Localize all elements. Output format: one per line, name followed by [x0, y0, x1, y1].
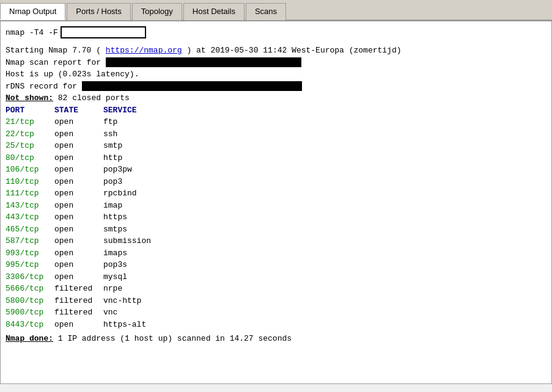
port-row: 21/tcpopenftp	[6, 116, 546, 128]
scan-report-line: Nmap scan report for	[6, 57, 546, 69]
nmap-done-line: Nmap done: 1 IP address (1 host up) scan…	[6, 333, 546, 345]
starting-line: Starting Nmap 7.70 ( https://nmap.org ) …	[6, 45, 546, 57]
port-row: 995/tcpopenpop3s	[6, 259, 546, 271]
tab-bar: Nmap Output Ports / Hosts Topology Host …	[0, 0, 552, 21]
port-row: 3306/tcpopenmysql	[6, 271, 546, 283]
port-row: 5900/tcpfilteredvnc	[6, 307, 546, 319]
not-shown-label: Not shown:	[6, 93, 53, 103]
port-row: 106/tcpopenpop3pw	[6, 164, 546, 176]
rdns-redacted	[82, 81, 302, 91]
tab-scans[interactable]: Scans	[246, 3, 286, 20]
port-row: 111/tcpopenrpcbind	[6, 187, 546, 200]
tab-topology[interactable]: Topology	[132, 3, 182, 20]
port-row: 5666/tcpfilterednrpe	[6, 283, 546, 295]
output-area: Starting Nmap 7.70 ( https://nmap.org ) …	[6, 45, 546, 345]
not-shown-line: Not shown: 82 closed ports	[6, 92, 546, 104]
host-up-line: Host is up (0.023s latency).	[6, 68, 546, 81]
tab-ports-hosts[interactable]: Ports / Hosts	[67, 3, 130, 20]
port-row: 5800/tcpfilteredvnc-http	[6, 295, 546, 307]
port-row: 465/tcpopensmtps	[6, 223, 546, 236]
tab-nmap-output[interactable]: Nmap Output	[0, 3, 65, 20]
port-row: 22/tcpopenssh	[6, 128, 546, 140]
port-header-line: PORTSTATESERVICE	[6, 104, 546, 117]
nmap-url-link[interactable]: https://nmap.org	[106, 46, 182, 55]
port-row: 25/tcpopensmtp	[6, 140, 546, 152]
port-row: 110/tcpopenpop3	[6, 176, 546, 188]
rdns-line: rDNS record for	[6, 81, 546, 93]
port-row: 993/tcpopenimaps	[6, 247, 546, 260]
port-row: 143/tcpopenimap	[6, 200, 546, 212]
scan-report-redacted	[106, 57, 301, 67]
main-content: nmap -T4 -F Starting Nmap 7.70 ( https:/…	[0, 21, 552, 384]
command-input[interactable]	[61, 26, 146, 38]
nmap-done-label: Nmap done:	[6, 334, 53, 343]
port-row: 80/tcpopenhttp	[6, 152, 546, 164]
command-bar: nmap -T4 -F	[6, 26, 546, 38]
port-table: 21/tcpopenftp22/tcpopenssh25/tcpopensmtp…	[6, 116, 546, 330]
command-prefix: nmap -T4 -F	[6, 28, 58, 37]
port-row: 587/tcpopensubmission	[6, 235, 546, 247]
port-row: 443/tcpopenhttps	[6, 211, 546, 223]
tab-host-details[interactable]: Host Details	[183, 3, 245, 20]
port-row: 8443/tcpopenhttps-alt	[6, 319, 546, 331]
